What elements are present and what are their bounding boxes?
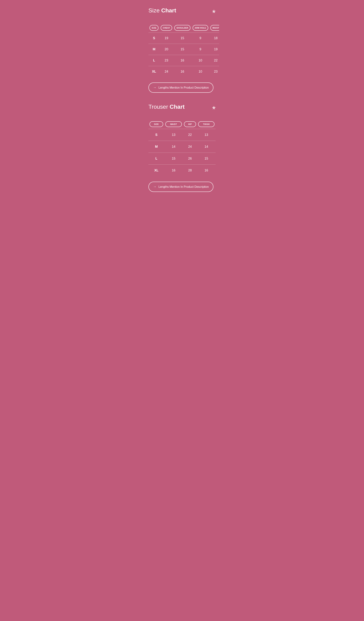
table-cell: 14 xyxy=(197,141,216,153)
table-cell: 16 xyxy=(173,66,191,77)
table-cell: 9 xyxy=(191,33,209,44)
table-cell: 16 xyxy=(164,165,183,176)
table-cell: 22 xyxy=(209,55,219,66)
table-cell: 13 xyxy=(197,129,216,141)
table-cell: L xyxy=(148,55,159,66)
table-cell: 20 xyxy=(159,44,173,55)
table-cell: 24 xyxy=(159,66,173,77)
table-cell: XL xyxy=(148,165,164,176)
lengths-button-label: Lengths Mention In Product Description xyxy=(158,86,209,89)
table-cell: 10 xyxy=(191,66,209,77)
size-chart-title: Size Chart xyxy=(148,7,176,14)
table-cell: 13 xyxy=(164,129,183,141)
trouser-chart-title: Trouser Chart xyxy=(148,104,185,110)
table-row: S191591821 xyxy=(148,33,219,44)
trouser-chart-title-row: Trouser Chart * xyxy=(148,104,216,114)
size-chart-title-row: Size Chart * xyxy=(148,7,216,18)
table-cell: 23 xyxy=(209,66,219,77)
trouser-header-hip: HIP xyxy=(183,120,197,129)
table-row: S132213 xyxy=(148,129,216,141)
table-cell: 22 xyxy=(183,129,197,141)
table-cell: 15 xyxy=(197,153,216,165)
table-cell: 15 xyxy=(173,44,191,55)
table-cell: 9 xyxy=(191,44,209,55)
table-cell: M xyxy=(148,44,159,55)
table-cell: 18 xyxy=(209,33,219,44)
table-row: M142414 xyxy=(148,141,216,153)
header-armhole: ARM HOLE xyxy=(191,23,209,33)
table-cell: 10 xyxy=(191,55,209,66)
trouser-chart-table: SIZE WAIST HIP THIGH S132213M142414L1526… xyxy=(148,120,216,176)
table-row: XL162816 xyxy=(148,165,216,176)
arrow-icon-trouser: → xyxy=(153,185,156,189)
table-cell: 23 xyxy=(159,55,173,66)
table-cell: 19 xyxy=(209,44,219,55)
table-row: L152615 xyxy=(148,153,216,165)
table-cell: 28 xyxy=(183,165,197,176)
table-cell: 16 xyxy=(197,165,216,176)
trouser-chart-section: Trouser Chart * SIZE WAIST HIP THIGH S13… xyxy=(148,104,216,192)
table-cell: 19 xyxy=(159,33,173,44)
size-chart-thead: SIZE CHEST SHOULDER ARM HOLE WAIST HIP xyxy=(148,23,219,33)
table-cell: 15 xyxy=(164,153,183,165)
table-cell: 26 xyxy=(183,153,197,165)
size-chart-section: Size Chart * SIZE CHEST SHOULDER ARM HOL… xyxy=(148,7,216,93)
trouser-lengths-button-label: Lengths Mention In Product Description xyxy=(158,185,209,189)
table-cell: 14 xyxy=(164,141,183,153)
header-size: SIZE xyxy=(148,23,159,33)
table-cell: S xyxy=(148,129,164,141)
table-cell: M xyxy=(148,141,164,153)
header-chest: CHEST xyxy=(159,23,173,33)
table-cell: 24 xyxy=(183,141,197,153)
trouser-chart-asterisk: * xyxy=(212,104,216,114)
trouser-header-row: SIZE WAIST HIP THIGH xyxy=(148,120,216,129)
header-waist: WAIST xyxy=(209,23,219,33)
size-chart-header-row: SIZE CHEST SHOULDER ARM HOLE WAIST HIP xyxy=(148,23,219,33)
size-chart-body: S191591821M201591922L2316102225XL2416102… xyxy=(148,33,219,77)
trouser-chart-body: S132213M142414L152615XL162816 xyxy=(148,129,216,176)
arrow-icon: → xyxy=(153,86,156,89)
table-row: M201591922 xyxy=(148,44,219,55)
trouser-header-thigh: THIGH xyxy=(197,120,216,129)
header-shoulder: SHOULDER xyxy=(173,23,191,33)
lengths-button-trouser[interactable]: → Lengths Mention In Product Description xyxy=(148,182,213,192)
table-cell: L xyxy=(148,153,164,165)
table-cell: 15 xyxy=(173,33,191,44)
size-chart-asterisk: * xyxy=(212,8,216,18)
table-row: XL2416102326 xyxy=(148,66,219,77)
trouser-header-waist: WAIST xyxy=(164,120,183,129)
table-cell: S xyxy=(148,33,159,44)
trouser-chart-thead: SIZE WAIST HIP THIGH xyxy=(148,120,216,129)
lengths-button-size[interactable]: → Lengths Mention In Product Description xyxy=(148,83,213,93)
size-chart-table: SIZE CHEST SHOULDER ARM HOLE WAIST HIP S… xyxy=(148,23,219,77)
table-cell: XL xyxy=(148,66,159,77)
table-row: L2316102225 xyxy=(148,55,219,66)
trouser-header-size: SIZE xyxy=(148,120,164,129)
table-cell: 16 xyxy=(173,55,191,66)
